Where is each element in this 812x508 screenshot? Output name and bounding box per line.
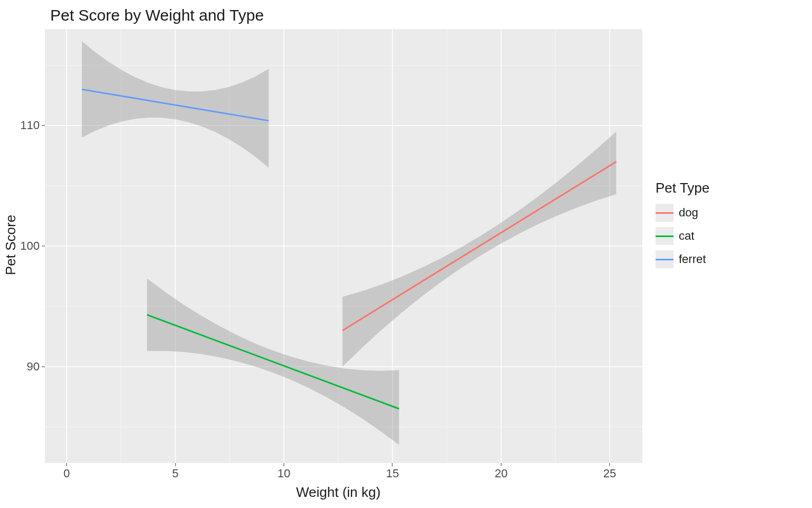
- x-tick-mark: [284, 463, 284, 466]
- plot-svg: [45, 29, 642, 463]
- y-tick-mark: [42, 125, 45, 126]
- x-tick-label: 10: [278, 467, 290, 480]
- legend-key: [656, 227, 673, 245]
- legend-items: dogcatferret: [656, 204, 709, 268]
- x-axis-label: Weight (in kg): [296, 484, 381, 501]
- y-tick-mark: [42, 246, 45, 247]
- y-tick-label: 90: [8, 360, 40, 374]
- y-tick-mark: [42, 366, 45, 367]
- legend-item-dog: dog: [656, 204, 709, 222]
- legend-item-ferret: ferret: [656, 250, 709, 268]
- plot-area: [45, 29, 642, 463]
- x-tick-label: 20: [495, 467, 508, 480]
- legend-label: ferret: [679, 252, 706, 266]
- chart-title: Pet Score by Weight and Type: [50, 6, 264, 24]
- legend-label: cat: [679, 229, 694, 243]
- x-tick-mark: [610, 463, 610, 466]
- x-tick-mark: [67, 463, 67, 466]
- legend-line-icon: [656, 235, 673, 237]
- legend-title: Pet Type: [656, 180, 709, 196]
- legend-label: dog: [679, 206, 698, 220]
- legend-item-cat: cat: [656, 227, 709, 245]
- legend-key: [656, 204, 673, 222]
- legend-line-icon: [656, 259, 673, 260]
- x-tick-label: 5: [172, 467, 178, 480]
- y-axis-label: Pet Score: [3, 215, 19, 275]
- x-tick-mark: [501, 463, 501, 466]
- x-tick-label: 25: [603, 467, 616, 480]
- x-tick-mark: [392, 463, 393, 466]
- ci-ribbon-dog: [343, 132, 616, 367]
- x-tick-label: 0: [63, 467, 70, 480]
- figure: Pet Score by Weight and Type 0510152025 …: [0, 0, 812, 508]
- legend-line-icon: [656, 212, 673, 214]
- y-tick-label: 110: [8, 119, 40, 132]
- legend: Pet Type dogcatferret: [656, 180, 709, 274]
- x-tick-mark: [175, 463, 176, 466]
- legend-key: [656, 250, 673, 268]
- x-tick-label: 15: [386, 467, 399, 480]
